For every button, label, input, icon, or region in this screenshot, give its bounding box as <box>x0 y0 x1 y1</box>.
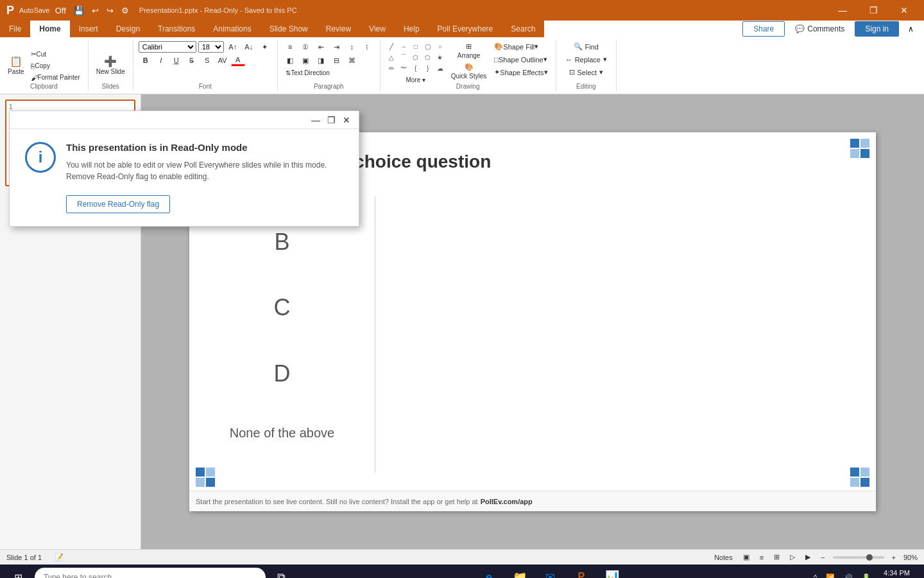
replace-icon: ↔ <box>565 56 572 64</box>
modal-close-button[interactable]: ✕ <box>339 113 354 127</box>
undo-button[interactable]: ↩ <box>89 4 101 17</box>
start-button[interactable]: ⊞ <box>3 565 33 578</box>
polling-icon-btn[interactable]: 📊 <box>598 565 626 578</box>
shape-fill-button[interactable]: 🎨 Shape Fill ▾ <box>492 41 550 52</box>
arrange-icon: ⊞ <box>466 42 472 51</box>
shape-hex-btn[interactable]: ⬡ <box>410 52 422 62</box>
sys-tray: ^ 📶 🔊 🔋 <box>806 572 878 579</box>
shape-bracket-btn[interactable]: } <box>422 63 434 73</box>
search-input[interactable] <box>35 568 266 578</box>
shape-line-btn[interactable]: ╱ <box>386 41 397 51</box>
modal-heading: This presentation is in Read-Only mode <box>66 142 343 153</box>
quick-styles-button[interactable]: 🎨 Quick Styles <box>449 62 490 81</box>
shape-picker: ╱ → □ ▢ ○ △ ⌒ ⬡ ⬠ ★ ✏ 〜 <box>386 41 446 85</box>
shape-row-1: ╱ → □ ▢ ○ <box>386 41 446 51</box>
tab-view[interactable]: View <box>360 21 395 37</box>
remove-readonly-button[interactable]: Remove Read-Only flag <box>66 195 170 213</box>
shape-star-btn[interactable]: ★ <box>434 52 446 62</box>
clock-time: 4:34 PM <box>881 568 912 577</box>
minimize-button[interactable]: — <box>828 0 857 21</box>
answer-none: None of the above <box>196 426 368 441</box>
shape-scribble-btn[interactable]: ✏ <box>386 63 397 73</box>
poll-url: PollEv.com/app <box>481 498 533 505</box>
normal-view-button[interactable]: ▣ <box>740 552 752 563</box>
more-shapes-button[interactable]: More ▾ <box>386 74 446 85</box>
tray-expand-button[interactable]: ^ <box>811 572 819 578</box>
collapse-ribbon-button[interactable]: ∧ <box>904 23 918 35</box>
save-button[interactable]: 💾 <box>71 4 87 17</box>
tab-help[interactable]: Help <box>395 21 429 37</box>
sign-in-button[interactable]: Sign in <box>855 21 899 37</box>
shape-outline-button[interactable]: □ Shape Outline ▾ <box>492 54 550 65</box>
shape-effects-button[interactable]: ✦ Shape Effects ▾ <box>492 67 550 78</box>
shape-arrow-btn[interactable]: → <box>398 41 409 51</box>
comments-button[interactable]: 💬 Comments <box>790 22 850 36</box>
tab-pollevery[interactable]: Poll Everywhere <box>429 21 502 37</box>
customize-qat-button[interactable]: ⚙ <box>119 4 132 17</box>
columns-button[interactable]: ⫶ <box>360 41 374 53</box>
shape-brace-btn[interactable]: { <box>410 63 422 73</box>
select-button[interactable]: ⊡ Select ▾ <box>565 67 608 78</box>
spelling-button[interactable]: 📝 <box>52 552 66 563</box>
answer-c: C <box>196 294 368 321</box>
battery-icon-btn[interactable]: 🔋 <box>859 572 873 579</box>
zoom-slider[interactable] <box>833 556 884 559</box>
find-button[interactable]: 🔍 Find <box>570 41 603 52</box>
shape-effects-dropdown-icon: ▾ <box>544 68 548 76</box>
share-button[interactable]: Share <box>742 21 785 37</box>
shape-wave-btn[interactable]: 〜 <box>398 63 409 73</box>
shape-curve-btn[interactable]: ⌒ <box>398 52 409 62</box>
redo-button[interactable]: ↪ <box>104 4 116 17</box>
zoom-in-button[interactable]: + <box>889 552 898 563</box>
notes-button[interactable]: Notes <box>712 552 735 563</box>
answer-b: B <box>196 229 368 256</box>
poll-footer: Start the presentation to see live conte… <box>189 491 876 511</box>
explorer-icon-btn[interactable]: 📁 <box>506 565 534 578</box>
restore-button[interactable]: ❐ <box>859 0 888 21</box>
modal-maximize-button[interactable]: ❐ <box>324 113 338 127</box>
edge-icon-btn[interactable]: e <box>475 565 503 578</box>
autosave-toggle[interactable]: Off <box>53 4 69 17</box>
task-view-button[interactable]: ⧉ <box>267 565 295 578</box>
replace-button[interactable]: ↔ Replace ▾ <box>561 54 611 65</box>
pe-icon-br <box>850 468 869 487</box>
replace-dropdown-icon: ▾ <box>603 55 607 64</box>
shape-outline-icon: □ <box>494 56 499 64</box>
tab-search[interactable]: Search <box>502 21 544 37</box>
slide-sorter-button[interactable]: ⊞ <box>771 552 782 563</box>
volume-icon-btn[interactable]: 🔊 <box>841 572 855 579</box>
pe-icon-bl <box>196 468 215 487</box>
network-icon-btn[interactable]: 📶 <box>823 572 837 579</box>
mail-icon-btn[interactable]: ✉ <box>536 565 565 578</box>
slide-info: Slide 1 of 1 <box>6 554 42 561</box>
quick-styles-icon: 🎨 <box>465 63 474 71</box>
arrange-button[interactable]: ⊞ Arrange <box>449 41 490 60</box>
shape-tri-btn[interactable]: △ <box>386 52 397 62</box>
shape-oval-btn[interactable]: ○ <box>434 41 446 51</box>
shape-style-buttons: 🎨 Shape Fill ▾ □ Shape Outline ▾ ✦ Shape… <box>492 41 550 78</box>
outline-view-button[interactable]: ≡ <box>757 552 766 563</box>
polling-icon: 📊 <box>605 570 619 578</box>
shape-fill-dropdown-icon: ▾ <box>535 42 538 51</box>
shape-round-rect-btn[interactable]: ▢ <box>422 41 434 51</box>
reading-view-button[interactable]: ▷ <box>787 552 798 563</box>
status-bar: Slide 1 of 1 📝 Notes ▣ ≡ ⊞ ▷ ▶ − + 90% <box>0 549 924 565</box>
status-right: Notes ▣ ≡ ⊞ ▷ ▶ − + 90% <box>712 552 918 563</box>
status-left: Slide 1 of 1 📝 <box>6 552 66 563</box>
powerpoint-icon-btn[interactable]: P <box>567 565 595 578</box>
pe-sq-bl-2 <box>206 468 215 477</box>
shape-penta-btn[interactable]: ⬠ <box>422 52 434 62</box>
select-icon: ⊡ <box>569 68 575 76</box>
clock[interactable]: 4:34 PM 10/7/2019 <box>881 568 912 578</box>
pe-sq-bl-4 <box>206 478 215 487</box>
modal-overlay: — ❐ ✕ i This presentation is in Read-Onl… <box>0 21 359 227</box>
taskbar-right: ^ 📶 🔊 🔋 4:34 PM 10/7/2019 <box>806 568 921 578</box>
slideshow-button[interactable]: ▶ <box>803 552 813 563</box>
close-button[interactable]: ✕ <box>889 0 919 21</box>
edge-icon: e <box>486 571 492 579</box>
shape-row-3: ✏ 〜 { } ☁ <box>386 63 446 73</box>
shape-rect-btn[interactable]: □ <box>410 41 422 51</box>
shape-cloud-btn[interactable]: ☁ <box>434 63 446 73</box>
zoom-out-button[interactable]: − <box>818 552 827 563</box>
modal-minimize-button[interactable]: — <box>309 113 323 127</box>
